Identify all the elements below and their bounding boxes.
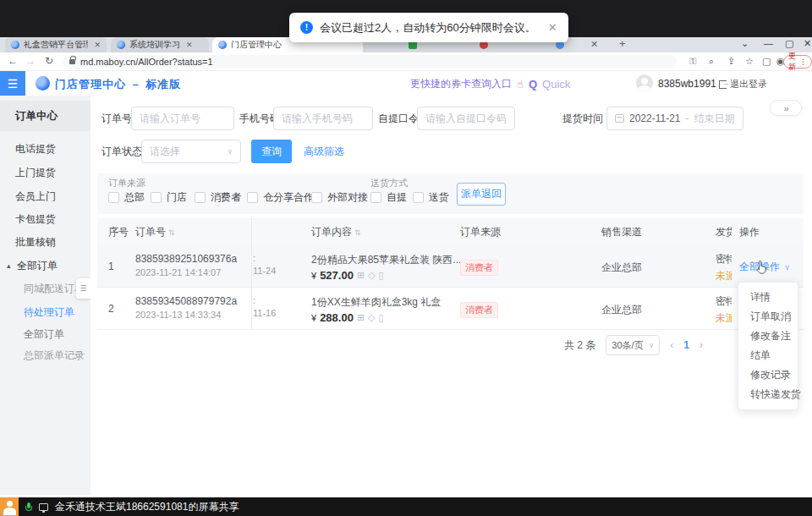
checkbox-delivery-deliver[interactable]: 送货 [413,190,449,205]
tab-label: 门店管理中心 [231,39,282,51]
collapse-filters-button[interactable]: » [770,100,802,116]
browser-tab-1[interactable]: 礼盒营销平台管理中心 ✕ [5,37,107,52]
checkbox-label: 外部对接 [327,190,368,205]
checkbox-label: 门店 [167,190,187,205]
handle-icon: ☰ [80,284,86,293]
dispatch-return-button[interactable]: 派单退回 [457,183,506,206]
checkbox-source-consumer[interactable]: 消费者 [195,190,241,205]
menu-item-express-ship[interactable]: 转快递发货 [738,385,798,404]
meeting-notification: ! 会议已超过2人，自动转为60分钟限时会议。 ✕ [289,13,568,42]
col-order-no: 订单号⇅ [135,218,175,245]
screen-share-bar: 金禾通技术王斌18662591081的屏幕共享 [0,497,812,516]
next-page-button[interactable]: › [700,339,703,351]
checkbox-source-external[interactable]: 外部对接 [311,190,368,205]
order-no-input[interactable]: 请输入订单号 [131,107,234,130]
checkbox-icon[interactable] [311,192,322,203]
window-maximize-icon[interactable]: ▢ [785,38,793,49]
phone-input[interactable]: 请输入手机号码 [273,107,373,130]
sidebar-item-member-visit[interactable]: 会员上门 [0,185,91,208]
sidebar-item-card-pickup[interactable]: 卡包提货 [0,208,91,231]
share-icon[interactable]: ⇪ [727,56,735,67]
checkbox-icon[interactable] [370,192,381,203]
sort-icon[interactable]: ⇅ [168,219,175,246]
checkbox-icon[interactable] [413,192,424,203]
checkbox-source-store[interactable]: 门店 [151,190,187,205]
order-status-select[interactable]: 请选择 ∨ [141,140,241,163]
zoom-icon[interactable]: ⌕ [709,56,714,67]
logout-button[interactable]: 退出登录 [719,78,767,91]
pickup-code-input[interactable]: 请输入自提口令码 [417,107,515,130]
window-close-icon[interactable]: ✕ [804,38,811,49]
checkbox-source-warehouse-share[interactable]: 仓分享合作 [247,190,314,205]
checkbox-label: 自提 [387,190,407,205]
tab-label: 礼盒营销平台管理中心 [24,39,88,51]
checkbox-icon[interactable] [247,192,258,203]
side-panel-icon[interactable]: ▢ [762,56,771,67]
search-button[interactable]: 查询 [251,140,292,163]
checkbox-source-hq[interactable]: 总部 [108,190,145,205]
currency-symbol: ¥ [311,313,316,323]
coupon-query-link[interactable]: 更快捷的券卡查询入口 [410,77,512,91]
hamburger-menu-button[interactable]: ☰ [0,71,25,96]
checkbox-icon[interactable] [151,192,162,203]
col-sales-channel: 销售渠道 [601,218,642,245]
menu-item-details[interactable]: 详情 [738,288,798,307]
bookmark-star-icon[interactable]: ☆ [745,56,754,67]
forward-icon[interactable]: → [25,55,36,67]
col-shipping: 发货 [716,218,732,245]
logout-label: 退出登录 [730,78,767,91]
checkbox-delivery-selfpickup[interactable]: 自提 [370,190,407,205]
table-row[interactable]: 2 83859345088979792a 2023-11-13 14:33:34… [97,288,804,330]
order-date: 2023-11-21 14:14:07 [135,267,237,277]
checkbox-label: 总部 [124,190,145,205]
delivery-method-label: 送货方式 [370,177,408,189]
start-date-value: 2022-11-21 [629,113,681,124]
sidebar-item-batch-verify[interactable]: 批量核销 [0,231,91,254]
notification-close-icon[interactable]: ✕ [548,21,557,34]
menu-item-edit-records[interactable]: 修改记录 [738,365,798,385]
tab-close-icon[interactable]: ✕ [186,41,193,49]
sidebar-group-label: 全部订单 [17,260,58,272]
page-title: 门店管理中心 － 标准版 [55,77,181,92]
quick-search-icon[interactable]: Q [529,78,537,91]
sidebar-item-hq-dispatch-records[interactable]: 总部派单记录 [0,344,91,366]
window-minimize-icon[interactable]: — [764,38,773,48]
back-icon[interactable]: ← [8,55,18,67]
prev-page-button[interactable]: ‹ [670,339,673,351]
menu-item-edit-remark[interactable]: 修改备注 [738,327,798,346]
new-tab-button[interactable]: + [619,37,626,50]
user-avatar[interactable] [636,74,653,91]
menu-item-cancel-order[interactable]: 订单取消 [738,307,798,327]
advanced-filter-link[interactable]: 高级筛选 [304,140,344,163]
more-menu-icon[interactable]: ⋮ [799,58,807,66]
sidebar-item-door-pickup[interactable]: 上门提货 [0,162,91,184]
sidebar-collapse-handle[interactable]: ☰ [76,278,91,299]
current-page[interactable]: 1 [683,339,689,351]
reload-icon[interactable]: ↻ [45,55,53,67]
window-menu-icon[interactable]: ⌄ [741,38,749,49]
address-bar[interactable]: md.maboy.cn/AllOrder?status=1 [63,55,677,69]
sidebar-item-all-orders[interactable]: 全部订单 [0,323,91,345]
page-size-select[interactable]: 30条/页 ∨ [606,335,660,355]
quick-label[interactable]: Quick [542,78,570,91]
end-date-placeholder: 结束日期 [694,112,735,126]
checkbox-icon[interactable] [108,192,119,203]
quick-entry-zone: 更快捷的券卡查询入口 ☝ Q Quick [410,77,570,91]
sort-icon[interactable]: ⇅ [354,219,361,246]
menu-item-close-order[interactable]: 结单 [738,346,798,365]
username-text: 8385wb1991 [658,78,716,90]
grid-icon: ⊞ [357,312,365,323]
password-key-icon[interactable]: ⚿ [689,56,696,67]
checkbox-icon[interactable] [195,192,206,203]
sidebar-group-all-orders[interactable]: ▴ 全部订单 [0,255,91,277]
tab-close-icon[interactable]: ✕ [94,41,101,49]
actions-dropdown-menu: 详情 订单取消 修改备注 结单 修改记录 转快递发货 [738,282,798,410]
chrome-update-button[interactable]: 更新 ⋮ [783,55,812,69]
product-name: 2份精品大果85苹果礼盒装 陕西... [311,253,461,267]
sidebar-item-phone-pickup[interactable]: 电话提货 [0,138,91,161]
tab-close-icon[interactable]: ✕ [590,39,598,50]
browser-tab-2[interactable]: 系统培训学习 ✕ [111,37,209,52]
sidebar-item-pending-orders[interactable]: 待处理订单 [0,301,91,323]
pickup-time-range-input[interactable]: 2022-11-21 - 结束日期 [606,107,743,130]
table-row[interactable]: 1 83859389251069376a 2023-11-21 14:14:07… [97,245,804,288]
